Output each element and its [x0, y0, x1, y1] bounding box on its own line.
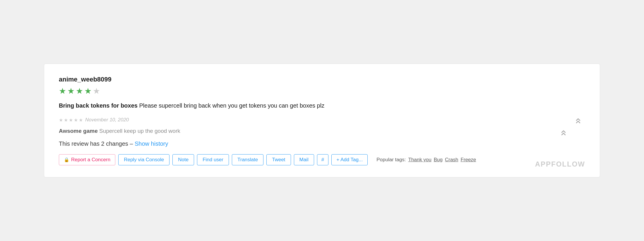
history-body: Supercell keep up the good work [99, 128, 180, 134]
changes-row: This review has 2 changes – Show history [59, 140, 585, 147]
star-3: ★ [76, 86, 83, 96]
changes-text: This review has 2 changes – [59, 140, 133, 147]
hist-star-4: ★ [74, 117, 78, 123]
history-label-row: ★ ★ ★ ★ ★ November 10, 2020 [59, 117, 585, 125]
hist-star-3: ★ [69, 117, 73, 123]
report-label: Report a Concern [71, 157, 110, 163]
hist-star-5: ★ [79, 117, 83, 123]
review-card: anime_weeb8099 ★ ★ ★ ★ ★ Bring back toke… [44, 64, 600, 178]
history-stars: ★ ★ ★ ★ ★ [59, 117, 83, 123]
actions-row: 🔒 Report a Concern Reply via Console Not… [59, 154, 585, 165]
mail-button[interactable]: Mail [294, 154, 314, 165]
tag-freeze[interactable]: Freeze [460, 157, 476, 163]
hist-star-1: ★ [59, 117, 63, 123]
lock-icon: 🔒 [64, 157, 69, 162]
history-section: ★ ★ ★ ★ ★ November 10, 2020 Awsome game … [59, 117, 585, 135]
popular-tags-label: Popular tags: [376, 157, 406, 163]
page-wrapper: anime_weeb8099 ★ ★ ★ ★ ★ Bring back toke… [15, 18, 629, 223]
appfollow-watermark: APPFOLLOW [535, 160, 585, 168]
reply-console-button[interactable]: Reply via Console [118, 154, 169, 165]
translate-button[interactable]: Translate [232, 154, 263, 165]
tag-bug[interactable]: Bug [434, 157, 443, 163]
find-user-button[interactable]: Find user [197, 154, 229, 165]
add-tag-button[interactable]: + Add Tag... [331, 154, 368, 165]
review-main-text: Bring back tokens for boxes Please super… [59, 101, 585, 110]
star-4: ★ [84, 86, 92, 96]
star-1: ★ [59, 86, 66, 96]
collapse-icon-2[interactable] [559, 129, 568, 139]
note-button[interactable]: Note [172, 154, 194, 165]
review-title: Bring back tokens for boxes [59, 102, 138, 109]
show-history-link[interactable]: Show history [135, 140, 168, 147]
hash-button[interactable]: # [317, 154, 328, 165]
star-5: ★ [93, 86, 100, 96]
tag-thank-you[interactable]: Thank you [408, 157, 431, 163]
tweet-button[interactable]: Tweet [266, 154, 291, 165]
username: anime_weeb8099 [59, 76, 585, 83]
tag-crash[interactable]: Crash [445, 157, 458, 163]
hist-star-2: ★ [64, 117, 68, 123]
history-title: Awsome game [59, 128, 98, 134]
report-concern-button[interactable]: 🔒 Report a Concern [59, 154, 115, 165]
history-review-text: Awsome game Supercell keep up the good w… [59, 127, 585, 135]
star-2: ★ [67, 86, 75, 96]
main-stars: ★ ★ ★ ★ ★ [59, 86, 585, 96]
popular-tags: Popular tags: Thank you Bug Crash Freeze [376, 157, 476, 163]
review-body: Please supercell bring back when you get… [139, 102, 325, 109]
history-date: November 10, 2020 [85, 117, 129, 123]
